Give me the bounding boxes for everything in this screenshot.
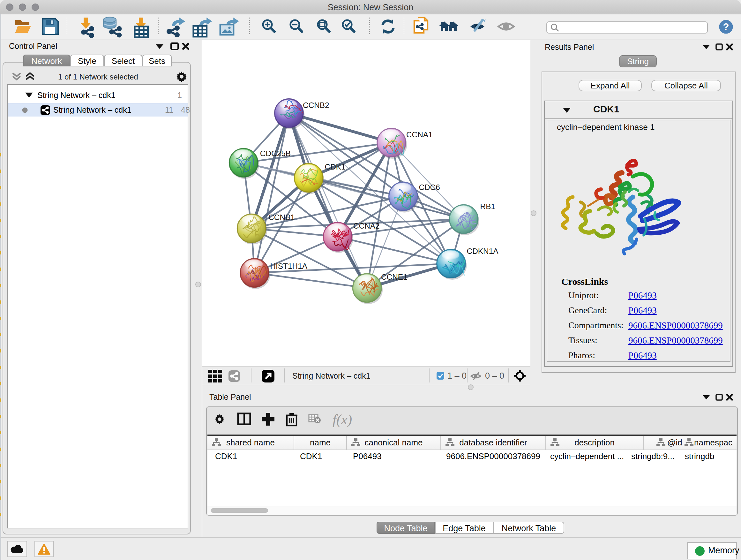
svg-text:f(x): f(x) xyxy=(333,412,352,428)
svg-text:CCNA2: CCNA2 xyxy=(353,222,380,230)
svg-text:CCNA1: CCNA1 xyxy=(406,130,433,139)
svg-text:CCNB1: CCNB1 xyxy=(268,213,295,222)
svg-text:CDC6: CDC6 xyxy=(419,183,440,192)
svg-text:CCNB2: CCNB2 xyxy=(303,101,329,110)
svg-text:?: ? xyxy=(723,21,729,33)
svg-text:CDK1: CDK1 xyxy=(325,163,346,171)
svg-text:CCNE1: CCNE1 xyxy=(381,273,408,281)
svg-text:CDC25B: CDC25B xyxy=(260,149,291,158)
svg-text:RB1: RB1 xyxy=(480,202,495,211)
svg-text:CDKN1A: CDKN1A xyxy=(467,247,499,255)
svg-text:HIST1H1A: HIST1H1A xyxy=(270,262,307,270)
